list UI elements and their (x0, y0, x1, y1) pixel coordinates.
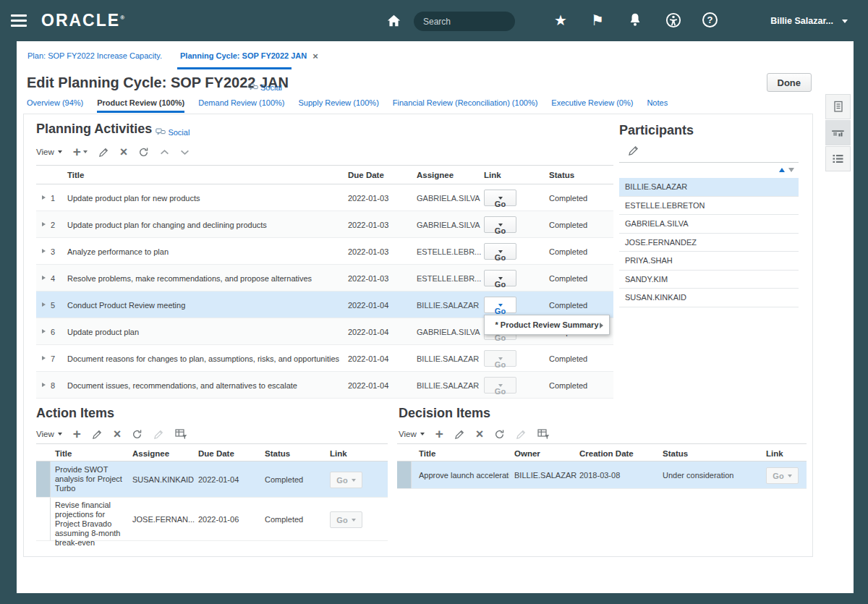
tab-supply-review[interactable]: Supply Review (100%) (299, 98, 379, 107)
participant-name: ESTELLE.LEBRETON (625, 201, 705, 210)
tab-overview[interactable]: Overview (94%) (27, 98, 83, 107)
go-button[interactable]: Go (484, 243, 516, 260)
refresh-icon[interactable] (138, 147, 149, 158)
decision-items-title: Decision Items (399, 406, 490, 421)
row-selector[interactable] (397, 461, 412, 488)
participant-row-selected[interactable]: BILLIE.SALAZAR (619, 178, 799, 197)
expand-icon[interactable] (42, 383, 46, 387)
go-button[interactable]: Go (766, 467, 799, 484)
table-row-selected[interactable]: Provide SWOT analysis for Project Turbo … (36, 461, 388, 498)
edit-pencil-icon[interactable] (454, 429, 465, 440)
go-button[interactable]: Go (484, 377, 516, 394)
edit-pencil-icon[interactable] (98, 147, 109, 158)
action-items-table: Title Assignee Due Date Status Link Prov… (36, 443, 388, 541)
expand-icon[interactable] (42, 302, 46, 307)
expand-icon[interactable] (42, 276, 46, 280)
view-menu-button[interactable]: View (399, 430, 425, 438)
delete-x-icon[interactable]: × (476, 428, 484, 440)
add-button[interactable]: + (435, 428, 443, 440)
go-button[interactable]: Go (330, 511, 362, 528)
tab-demand-review[interactable]: Demand Review (100%) (198, 98, 284, 107)
user-menu[interactable]: Billie Salazar... (770, 16, 848, 26)
delete-x-icon[interactable]: × (114, 428, 122, 440)
menu-icon[interactable] (11, 14, 27, 27)
tab-plan[interactable]: Plan: SOP FY2022 Increase Capacity. (27, 51, 162, 60)
done-button[interactable]: Done (767, 73, 812, 92)
view-menu-button[interactable]: View (36, 430, 62, 438)
participant-row[interactable]: GABRIELA.SILVA (619, 215, 799, 234)
move-up-icon[interactable] (160, 149, 169, 156)
sort-descending-icon[interactable] (788, 168, 794, 172)
assignee: GABRIELA.SILVA (417, 221, 480, 229)
participant-row[interactable]: JOSE.FERNANDEZ (619, 234, 799, 252)
table-row[interactable]: 1 Update product plan for new products 2… (36, 184, 613, 211)
expand-icon[interactable] (42, 249, 46, 253)
refresh-icon[interactable] (494, 429, 505, 440)
row-number: 7 (51, 354, 55, 363)
table-row[interactable]: 2 Update product plan for changing and d… (36, 211, 613, 238)
favorites-star-icon[interactable]: ★ (554, 13, 567, 27)
participant-row[interactable]: ESTELLE.LEBRETON (619, 197, 799, 216)
add-button[interactable]: + (73, 146, 88, 158)
side-panel-infotiles-button[interactable] (825, 120, 851, 145)
col-owner: Owner (514, 449, 540, 458)
assignee: SUSAN.KINKAID (132, 475, 196, 484)
accessibility-icon[interactable] (665, 12, 681, 30)
search-input[interactable] (423, 17, 535, 27)
table-row[interactable]: Revise financial projections for Project… (36, 498, 388, 541)
expand-icon[interactable] (42, 195, 46, 200)
add-button[interactable]: + (73, 428, 81, 440)
notifications-bell-icon[interactable] (628, 12, 642, 30)
tab-product-review[interactable]: Product Review (100%) (97, 98, 184, 107)
expand-icon[interactable] (42, 329, 46, 333)
tab-notes[interactable]: Notes (647, 98, 668, 107)
go-button[interactable]: Go (484, 270, 516, 286)
go-button-open[interactable]: Go (484, 297, 516, 313)
decision-title: Approve launch accelerati... (419, 471, 509, 480)
go-dropdown-menu-item[interactable]: * Product Review Summary (484, 315, 610, 335)
home-icon[interactable] (386, 14, 401, 30)
edit-pencil-icon[interactable] (628, 145, 639, 159)
expand-icon[interactable] (42, 356, 46, 360)
participant-row[interactable]: PRIYA.SHAH (619, 252, 799, 271)
participant-row[interactable]: SUSAN.KINKAID (619, 289, 799, 307)
table-row-selected[interactable]: Approve launch accelerati... BILLIE.SALA… (397, 461, 807, 489)
refresh-icon[interactable] (132, 429, 142, 440)
side-panel-document-button[interactable] (825, 94, 851, 119)
go-button[interactable]: Go (484, 190, 516, 206)
go-button[interactable]: Go (330, 472, 362, 488)
delete-x-icon[interactable]: × (120, 146, 128, 158)
edit-pencil-icon[interactable] (92, 429, 103, 440)
social-link[interactable]: Social (248, 83, 282, 92)
row-number: 8 (51, 381, 55, 390)
col-due-date: Due Date (198, 449, 234, 458)
row-selector[interactable] (36, 461, 51, 497)
participant-name: GABRIELA.SILVA (625, 219, 689, 228)
close-tab-icon[interactable]: × (312, 52, 318, 60)
query-by-example-icon[interactable] (537, 428, 550, 440)
side-panel-list-button[interactable] (825, 146, 851, 171)
help-icon[interactable]: ? (702, 12, 718, 27)
row-selector[interactable] (36, 498, 51, 540)
query-by-example-icon[interactable] (175, 428, 187, 440)
tab-executive-review[interactable]: Executive Review (0%) (551, 98, 633, 107)
view-menu-button[interactable]: View (36, 148, 62, 156)
search-bar[interactable] (414, 12, 515, 31)
table-row[interactable]: 7 Document reasons for changes to plan, … (36, 345, 613, 372)
tab-financial-review[interactable]: Financial Review (Reconciliation) (100%) (393, 98, 538, 107)
participant-row[interactable]: SANDY.KIM (619, 271, 799, 289)
watchlist-flag-icon[interactable]: ⚑ (591, 13, 604, 27)
activity-title: Analyze performance to plan (67, 247, 169, 256)
tab-planning-cycle[interactable]: Planning Cycle: SOP FY2022 JAN × (180, 51, 318, 60)
table-row[interactable]: 3 Analyze performance to plan 2022-01-03… (36, 238, 613, 265)
move-down-icon[interactable] (180, 149, 190, 156)
table-row[interactable]: 4 Resolve problems, make recommendations… (36, 265, 613, 292)
expand-icon[interactable] (42, 222, 46, 226)
planning-activities-social-link[interactable]: Social (156, 128, 190, 137)
go-button[interactable]: Go (484, 350, 516, 367)
table-row[interactable]: 8 Document issues, recommendations, and … (36, 372, 613, 399)
due-date: 2022-01-03 (348, 194, 388, 203)
sort-ascending-icon[interactable] (779, 168, 785, 172)
go-button[interactable]: Go (484, 216, 516, 233)
status: Completed (265, 475, 303, 484)
